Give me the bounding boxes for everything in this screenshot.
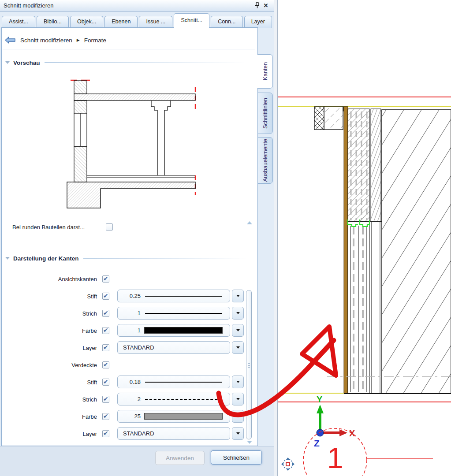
tab-schnitt[interactable]: Schnitt... — [174, 13, 209, 28]
tab-assist[interactable]: Assist... — [2, 16, 35, 28]
axis-z-label: Z — [314, 438, 320, 448]
strich-combobox-7[interactable]: 2 — [117, 393, 230, 405]
form-row-farbe-3: Farbe1 — [0, 324, 247, 337]
breadcrumb-sub: Formate — [84, 37, 106, 44]
color-swatch — [144, 413, 223, 420]
palette-tabstrip: Assist...Biblio...Objek...EbenenIssue ..… — [0, 13, 274, 28]
layer-dropdown-arrow-4[interactable] — [232, 341, 244, 354]
wood-board — [344, 107, 348, 394]
farbe-dropdown-arrow-3[interactable] — [232, 324, 244, 337]
round-parts-label: Bei runden Bauteilen darst... — [12, 224, 106, 231]
pin-icon[interactable] — [253, 2, 261, 10]
breadcrumb-rule — [3, 49, 255, 49]
farbe-combobox-3[interactable]: 1 — [117, 324, 230, 337]
side-tab-kanten[interactable]: Kanten — [257, 54, 273, 89]
combo-value: 25 — [121, 413, 141, 420]
back-arrow-icon[interactable] — [4, 36, 16, 44]
breadcrumb-page[interactable]: Schnitt modifizieren — [20, 37, 72, 44]
row-label: Layer — [0, 345, 102, 351]
combo-value: 0.18 — [121, 379, 141, 385]
tab-issue[interactable]: Issue ... — [139, 16, 172, 28]
combo-value: STANDARD — [121, 430, 154, 437]
masonry-wall — [382, 110, 451, 394]
stift-combobox-6[interactable]: 0.18 — [117, 376, 230, 388]
round-parts-checkbox[interactable] — [106, 223, 113, 231]
form-row-stift-1: Stift0.25 — [0, 290, 247, 303]
properties-palette: Schnitt modifizieren ✕ Assist...Biblio..… — [0, 0, 274, 476]
panel-splitter[interactable] — [274, 0, 278, 476]
ucs-axis-indicator: Y X Z — [314, 394, 355, 448]
section-darstellung[interactable]: Darstellung der Kanten — [5, 254, 246, 262]
row-label: Layer — [0, 431, 102, 437]
line-style-sample — [145, 399, 222, 400]
palette-titlebar: Schnitt modifizieren ✕ — [0, 0, 274, 11]
side-tab-schnittlinien[interactable]: Schnittlinien — [257, 93, 273, 134]
stift-combobox-1[interactable]: 0.25 — [117, 290, 230, 302]
breadcrumb-separator-icon: ▶ — [77, 38, 80, 42]
scroll-up-icon[interactable] — [247, 221, 252, 224]
form-row-layer-9: LayerSTANDARD — [0, 427, 247, 440]
combo-value: 2 — [121, 396, 141, 402]
stift-dropdown-arrow-1[interactable] — [232, 290, 244, 302]
layer-combobox-4[interactable]: STANDARD — [117, 341, 230, 354]
origin-snap-icon — [281, 457, 294, 471]
layer-combobox-9[interactable]: STANDARD — [117, 427, 230, 440]
section-vorschau[interactable]: Vorschau — [5, 59, 246, 67]
strich-combobox-2[interactable]: 1 — [117, 307, 230, 320]
combo-value: 1 — [121, 327, 141, 334]
tab-layer[interactable]: Layer — [244, 16, 272, 28]
form-row-stift-6: Stift0.18 — [0, 376, 247, 389]
color-swatch — [144, 327, 223, 334]
form-row-farbe-8: Farbe25 — [0, 410, 247, 423]
line-style-sample — [145, 382, 222, 383]
layer-dropdown-arrow-9[interactable] — [232, 427, 244, 440]
collapse-triangle-icon — [5, 61, 10, 64]
combo-value: 0.25 — [121, 293, 141, 299]
axis-x-label: X — [349, 428, 355, 438]
apply-button[interactable]: Anwenden — [155, 451, 205, 465]
tab-conn[interactable]: Conn... — [211, 16, 242, 28]
row-label: Strich — [0, 310, 102, 317]
section-number: 1 — [327, 442, 343, 474]
axis-y-label: Y — [317, 394, 323, 404]
tab-objek[interactable]: Objek... — [70, 16, 103, 28]
round-parts-row: Bei runden Bauteilen darst... — [12, 222, 242, 232]
tab-ebenen[interactable]: Ebenen — [104, 16, 138, 28]
stift-checkbox-1[interactable] — [102, 293, 109, 300]
scrollbar-thumb[interactable] — [246, 290, 252, 439]
form-row-ansichtskanten-0: Ansichtskanten — [0, 272, 247, 286]
farbe-checkbox-3[interactable] — [102, 327, 109, 334]
scroll-down-icon[interactable] — [247, 441, 252, 444]
tab-biblio[interactable]: Biblio... — [37, 16, 69, 28]
close-button[interactable]: Schließen — [211, 450, 262, 465]
strich-dropdown-arrow-7[interactable] — [232, 393, 244, 405]
row-label: Ansichtskanten — [0, 276, 102, 283]
row-label: Stift — [0, 293, 102, 300]
strich-checkbox-7[interactable] — [102, 396, 109, 403]
breadcrumb: Schnitt modifizieren ▶ Formate — [4, 33, 251, 47]
close-icon[interactable]: ✕ — [261, 2, 270, 10]
section-vorschau-label: Vorschau — [13, 60, 40, 66]
layer-checkbox-9[interactable] — [102, 430, 109, 437]
strich-dropdown-arrow-2[interactable] — [232, 307, 244, 320]
ansichtskanten-checkbox-0[interactable] — [102, 275, 109, 283]
palette-title: Schnitt modifizieren — [4, 2, 253, 9]
side-tab-ausbauelemente[interactable]: Ausbauelemente — [257, 137, 273, 184]
stift-dropdown-arrow-6[interactable] — [232, 376, 244, 388]
form-row-layer-4: LayerSTANDARD — [0, 341, 247, 354]
farbe-combobox-8[interactable]: 25 — [117, 410, 230, 423]
farbe-dropdown-arrow-8[interactable] — [232, 410, 244, 423]
form-row-verdeckte-5: Verdeckte — [0, 358, 247, 372]
drawing-canvas[interactable]: Y X Z 1 — [278, 0, 451, 476]
section-darstellung-label: Darstellung der Kanten — [13, 255, 79, 262]
stift-checkbox-6[interactable] — [102, 379, 109, 386]
line-style-sample — [145, 296, 222, 297]
farbe-checkbox-8[interactable] — [102, 413, 109, 420]
wall-section — [314, 107, 451, 394]
scrollbar-grip — [248, 363, 250, 368]
strich-checkbox-2[interactable] — [102, 310, 109, 317]
layer-checkbox-4[interactable] — [102, 344, 109, 351]
form-row-strich-7: Strich2 — [0, 393, 247, 406]
row-label: Strich — [0, 396, 102, 403]
verdeckte-checkbox-5[interactable] — [102, 361, 109, 368]
